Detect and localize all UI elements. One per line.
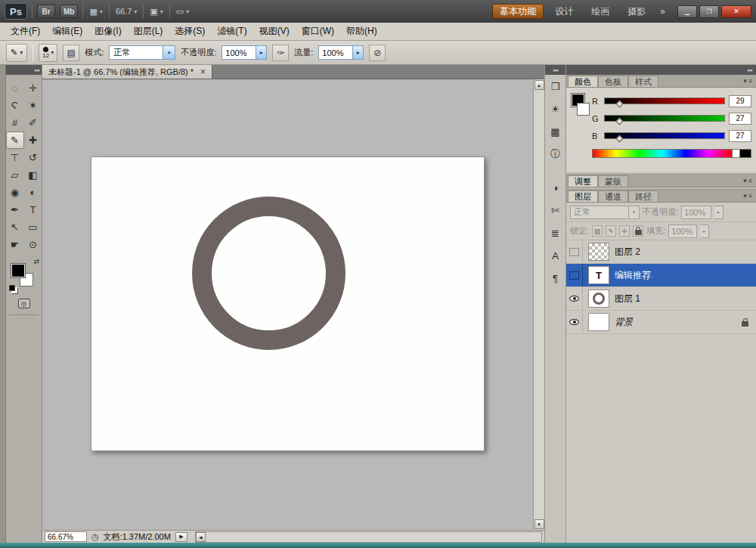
restore-button[interactable]: ❐ xyxy=(699,5,719,18)
tab-paths[interactable]: 路径 xyxy=(628,190,658,202)
horizontal-scrollbar[interactable]: ◀ xyxy=(195,531,542,543)
visibility-toggle[interactable] xyxy=(566,264,583,286)
menu-filter[interactable]: 滤镜(T) xyxy=(211,23,253,40)
tab-layers[interactable]: 图层 xyxy=(568,190,598,202)
tool-zoom[interactable]: ⊙ xyxy=(24,236,42,253)
tool-history-brush[interactable]: ↺ xyxy=(24,149,42,166)
close-button[interactable]: ✕ xyxy=(721,5,751,18)
panel-menu-button[interactable]: ▾ ≡ xyxy=(739,190,756,202)
workspace-design-button[interactable]: 设计 xyxy=(548,4,580,19)
red-slider[interactable] xyxy=(604,98,725,104)
menu-view[interactable]: 视图(V) xyxy=(253,23,296,40)
scroll-down-button[interactable]: ▼ xyxy=(534,519,544,529)
character-panel-button[interactable]: A xyxy=(547,248,564,263)
lock-transparent-pixels-button[interactable]: ▨ xyxy=(592,225,603,237)
layer-row-2[interactable]: 图层 2 xyxy=(566,240,756,264)
image-panel-button[interactable]: ▦ xyxy=(547,124,564,139)
workspace-photography-button[interactable]: 摄影 xyxy=(621,4,652,19)
active-tool-preset[interactable]: ✎ ▾ xyxy=(6,44,27,62)
menu-image[interactable]: 图像(I) xyxy=(88,23,127,40)
quick-mask-button[interactable]: ◎ xyxy=(18,299,30,308)
tool-blur[interactable]: ◉ xyxy=(6,184,24,201)
blue-slider-handle[interactable] xyxy=(615,135,623,143)
flow-input[interactable]: 100% xyxy=(318,45,353,60)
panel-menu-button[interactable]: ▾ ≡ xyxy=(739,75,756,87)
3d-panel-button[interactable]: ☀ xyxy=(547,101,564,116)
tool-rectangle[interactable]: ▭ xyxy=(24,218,42,236)
lock-image-pixels-button[interactable]: ✎ xyxy=(606,225,616,237)
visibility-toggle[interactable] xyxy=(566,311,583,333)
layer-blend-mode-select[interactable]: 正常 ▾ xyxy=(570,206,640,219)
tool-eyedropper[interactable]: ✐ xyxy=(24,114,42,132)
layer-opacity-slider-button[interactable]: ▸ xyxy=(714,206,723,219)
panel-menu-button[interactable]: ▾ ≡ xyxy=(739,175,756,187)
opacity-slider-button[interactable]: ▸ xyxy=(256,45,267,60)
panels-column-header[interactable]: ▸▸ xyxy=(566,65,756,75)
menu-help[interactable]: 帮助(H) xyxy=(340,23,383,40)
tool-move[interactable]: ✛ xyxy=(24,79,42,97)
background-layer-thumbnail[interactable] xyxy=(588,313,609,331)
window-panel-button[interactable]: ❒ xyxy=(547,79,564,94)
layer-name[interactable]: 图层 2 xyxy=(615,246,640,259)
minibridge-button[interactable]: Mb xyxy=(60,5,78,18)
green-value-input[interactable]: 27 xyxy=(729,113,751,125)
menu-edit[interactable]: 编辑(E) xyxy=(46,23,88,40)
foreground-color-swatch[interactable] xyxy=(11,264,25,277)
tool-pen[interactable]: ✒ xyxy=(6,201,24,218)
blue-slider[interactable] xyxy=(604,132,725,139)
document-tab[interactable]: 未标题-1 @ 66.7% (编辑推荐, RGB/8) * × xyxy=(42,65,212,79)
lock-position-button[interactable]: ✛ xyxy=(619,225,630,237)
text-layer-thumbnail[interactable]: T xyxy=(588,266,609,284)
black-swatch[interactable] xyxy=(740,149,751,158)
opacity-pressure-button[interactable]: ✑ xyxy=(272,45,289,61)
layer-fill-input[interactable]: 100% xyxy=(668,224,697,238)
workspace-painting-button[interactable]: 绘画 xyxy=(584,4,616,19)
workspace-overflow-button[interactable]: » xyxy=(657,6,668,17)
red-slider-handle[interactable] xyxy=(615,101,623,108)
tool-clone-stamp[interactable]: ⊤ xyxy=(6,149,24,166)
background-color-swatch[interactable] xyxy=(577,103,590,116)
status-more-button[interactable]: ▶ xyxy=(175,532,187,542)
scroll-up-button[interactable]: ▲ xyxy=(534,80,544,90)
tool-lasso[interactable]: Ϛ xyxy=(6,97,24,114)
tool-brush[interactable]: ✎ xyxy=(6,132,24,149)
screen-mode-control[interactable]: ▭ ▾ xyxy=(175,7,191,17)
flow-slider-button[interactable]: ▸ xyxy=(353,45,364,60)
adjustments-panel-button[interactable]: ◑ xyxy=(547,180,564,195)
tab-styles[interactable]: 样式 xyxy=(628,76,658,87)
view-extras-control[interactable]: ▦ ▾ xyxy=(88,7,104,17)
toggle-brush-panel-button[interactable]: ▤ xyxy=(63,45,79,61)
green-slider[interactable] xyxy=(604,115,725,122)
masks-panel-button[interactable]: ✄ xyxy=(547,203,564,218)
lock-all-button[interactable] xyxy=(633,225,643,237)
tab-swatches[interactable]: 色板 xyxy=(598,76,628,87)
layer-name[interactable]: 编辑推荐 xyxy=(615,269,651,282)
scroll-left-button[interactable]: ◀ xyxy=(196,532,206,542)
default-colors-icon[interactable] xyxy=(9,285,15,291)
layer-name[interactable]: 背景 xyxy=(615,316,633,329)
minimize-button[interactable]: ▁ xyxy=(677,5,697,18)
tab-color[interactable]: 颜色 xyxy=(568,76,598,87)
airbrush-toggle-button[interactable]: ⊘ xyxy=(369,45,386,61)
color-spectrum-ramp[interactable] xyxy=(592,149,733,158)
vertical-scrollbar[interactable]: ▲ ▼ xyxy=(533,79,544,530)
tab-masks[interactable]: 蒙版 xyxy=(598,175,628,187)
tool-dodge[interactable]: ◐ xyxy=(24,184,42,201)
visibility-toggle[interactable] xyxy=(566,240,583,263)
menu-window[interactable]: 窗口(W) xyxy=(296,23,340,40)
arrange-documents-control[interactable]: ▣ ▾ xyxy=(148,7,164,17)
dock-header[interactable]: ◂◂ xyxy=(545,65,565,75)
layer-row-background[interactable]: 背景 xyxy=(566,311,756,334)
tool-elliptical-marquee[interactable]: ◌ xyxy=(6,79,24,97)
red-value-input[interactable]: 29 xyxy=(729,95,751,107)
opacity-input[interactable]: 100% xyxy=(222,45,256,60)
tool-crop[interactable]: # xyxy=(6,114,24,132)
visibility-toggle[interactable] xyxy=(566,287,583,310)
green-slider-handle[interactable] xyxy=(615,118,623,125)
tool-eraser[interactable]: ▱ xyxy=(6,166,24,184)
white-swatch[interactable] xyxy=(733,149,740,158)
blend-mode-select[interactable]: 正常 ▾ xyxy=(109,45,175,60)
brush-preset-picker[interactable]: 12 ▾ xyxy=(39,44,57,62)
tab-channels[interactable]: 通道 xyxy=(598,190,628,202)
menu-layer[interactable]: 图层(L) xyxy=(128,23,169,40)
